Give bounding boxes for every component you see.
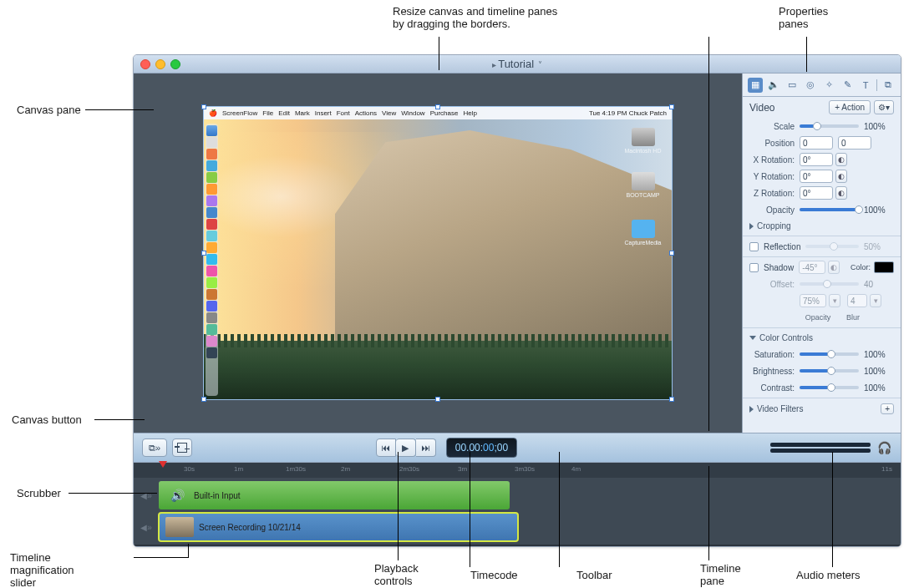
title-doc-icon: ▸	[492, 60, 496, 69]
rewind-button[interactable]: ⏮	[376, 438, 396, 457]
timeline-ruler[interactable]: 30s 1m 1m30s 2m 2m30s 3m 3m30s 4m 11s	[134, 463, 901, 478]
annotation-resize: Resize canvas and timeline panes by drag…	[393, 5, 557, 30]
tab-callout[interactable]: ◎	[803, 78, 818, 93]
apple-icon: 🍎	[209, 109, 217, 117]
zoom-window-button[interactable]	[170, 59, 180, 69]
reflection-slider	[805, 245, 859, 248]
audio-clip[interactable]: 🔊 Built-in Input	[159, 481, 510, 509]
resize-handle[interactable]	[669, 397, 674, 402]
title-chevron-icon: ˅	[536, 60, 542, 69]
canvas-pane[interactable]: 🍎 ScreenFlow File Edit Mark Insert Font …	[134, 74, 742, 433]
tab-annotations[interactable]: ✎	[840, 78, 855, 93]
annotation-timeline-pane: Timeline pane	[700, 562, 741, 587]
video-filters-section[interactable]: Video Filters+	[743, 400, 901, 418]
color-controls-section[interactable]: Color Controls	[743, 330, 901, 346]
document-title[interactable]: ▸Tutorial ˅	[490, 58, 544, 70]
yrot-dial[interactable]: ◐	[835, 170, 847, 183]
canvas-layout-button[interactable]: ⧉»	[142, 438, 167, 457]
add-action-button[interactable]: + Action	[829, 100, 871, 114]
annotation-canvas-pane: Canvas pane	[17, 104, 81, 116]
speaker-icon: 🔊	[165, 484, 189, 507]
tab-screen[interactable]: ▭	[785, 78, 800, 93]
saturation-slider[interactable]	[800, 352, 859, 356]
shadow-color-swatch[interactable]	[874, 261, 894, 273]
shadow-checkbox[interactable]	[749, 263, 759, 272]
annotation-audio-meters: Audio meters	[796, 569, 861, 581]
timeline-pane[interactable]: 30s 1m 1m30s 2m 2m30s 3m 3m30s 4m 11s ◀»…	[134, 463, 901, 547]
zrot-dial[interactable]: ◐	[835, 186, 847, 200]
play-button[interactable]: ▶	[396, 438, 416, 457]
panel-title: Video	[749, 102, 829, 114]
track-mute-button[interactable]: ◀»	[134, 523, 159, 532]
cropping-section[interactable]: Cropping	[743, 218, 901, 234]
annotation-properties: Properties panes	[779, 5, 828, 30]
toolbar: ⧉» ⏮ ▶ ⏭ 00.00:00;00 🎧	[134, 433, 901, 463]
crop-icon	[177, 443, 187, 453]
canvas-clip[interactable]: 🍎 ScreenFlow File Edit Mark Insert Font …	[204, 107, 672, 399]
layout-icon: ⧉»	[149, 443, 160, 454]
annotation-timecode: Timecode	[470, 569, 518, 581]
xrot-dial[interactable]: ◐	[835, 153, 847, 166]
resize-handle[interactable]	[669, 104, 674, 109]
audio-meters	[770, 439, 871, 456]
yrot-input[interactable]: 0°	[800, 170, 833, 183]
properties-tabs: ▦ 🔈 ▭ ◎ ✧ ✎ T ⧉	[743, 74, 901, 97]
add-filter-button[interactable]: +	[881, 403, 894, 414]
canvas-crop-button[interactable]	[172, 438, 192, 457]
resize-handle[interactable]	[201, 251, 206, 256]
opacity-slider[interactable]	[800, 208, 859, 211]
position-y-input[interactable]: 0	[838, 136, 871, 150]
tab-touch[interactable]: ✧	[821, 78, 836, 93]
timeline-footer: + 🔍 🔍 Duration: 0 secs ⊏ ⧉ ⁞⁞ 30	[134, 545, 901, 547]
tab-text[interactable]: T	[858, 78, 873, 93]
playback-controls: ⏮ ▶ ⏭	[376, 438, 436, 457]
annotation-scrubber: Scrubber	[17, 487, 61, 499]
desktop-icon: BOOTCAMP	[624, 172, 662, 198]
annotation-zoom: Timeline magnification slider	[10, 551, 74, 588]
properties-pane: ▦ 🔈 ▭ ◎ ✧ ✎ T ⧉ Video + Action ⚙︎▾ Scale…	[742, 74, 901, 433]
minimize-window-button[interactable]	[155, 59, 165, 69]
clip-thumbnail	[165, 517, 194, 537]
tab-media[interactable]: ⧉	[881, 78, 896, 93]
forward-button[interactable]: ⏭	[416, 438, 436, 457]
desktop-icon: Macintosh HD	[624, 128, 662, 154]
annotation-playback: Playback controls	[374, 562, 419, 587]
tab-audio[interactable]: 🔈	[766, 78, 781, 93]
track-row: ◀» Screen Recording 10/21/14	[134, 511, 901, 543]
tab-video[interactable]: ▦	[748, 78, 763, 93]
app-window: ▸Tutorial ˅ 🍎 ScreenFlow File Edit Mark …	[133, 54, 901, 547]
annotation-toolbar: Toolbar	[576, 569, 612, 581]
resize-handle[interactable]	[201, 104, 206, 109]
scrubber-playhead[interactable]	[159, 461, 167, 468]
position-x-input[interactable]: 0	[800, 136, 833, 150]
track-row: ◀» 🔊 Built-in Input	[134, 479, 901, 511]
xrot-input[interactable]: 0°	[800, 153, 833, 166]
resize-handle[interactable]	[201, 397, 206, 402]
brightness-slider[interactable]	[800, 369, 859, 373]
annotation-canvas-button: Canvas button	[12, 413, 82, 426]
scale-slider[interactable]	[800, 124, 859, 128]
resize-handle[interactable]	[435, 397, 440, 402]
resize-handle[interactable]	[669, 251, 674, 256]
resize-handle[interactable]	[435, 104, 440, 109]
close-window-button[interactable]	[140, 59, 150, 69]
video-clip[interactable]: Screen Recording 10/21/14	[159, 513, 518, 541]
contrast-slider[interactable]	[800, 386, 859, 389]
canvas-trees	[204, 341, 672, 399]
recorded-dock	[206, 124, 218, 396]
timecode-display[interactable]: 00.00:00;00	[446, 438, 517, 458]
headphones-icon[interactable]: 🎧	[876, 441, 892, 454]
titlebar[interactable]: ▸Tutorial ˅	[134, 55, 901, 74]
desktop-icon: CaptureMedia	[624, 220, 662, 246]
zrot-input[interactable]: 0°	[800, 186, 833, 200]
gear-menu-button[interactable]: ⚙︎▾	[874, 100, 894, 114]
reflection-checkbox[interactable]	[749, 242, 759, 251]
